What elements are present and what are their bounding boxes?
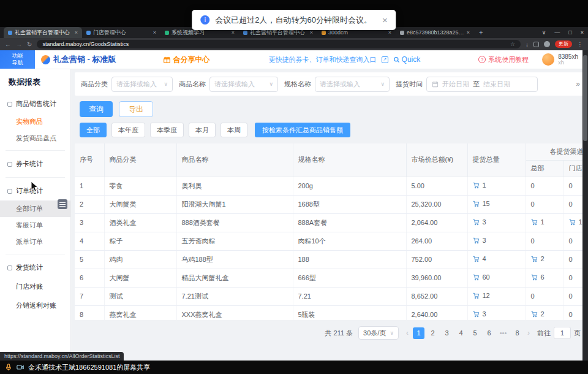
table-row[interactable]: 5鸡肉乌鸡188型188752.00420 [75,250,588,269]
sidebar-group-item[interactable]: 券卡统计 [0,155,70,174]
category-select[interactable]: 请选择或输入 ∨ [111,77,173,92]
tab-close-icon[interactable]: × [467,30,470,36]
share-center-link[interactable]: 合分享中心 [163,55,210,65]
sidebar-group-item[interactable]: 分销返利对账 [0,296,70,315]
tab-close-icon[interactable]: × [232,30,235,36]
goto-page-input[interactable]: 1 [554,327,571,339]
filter-name: 商品名称 请选择或输入 ∨ [179,77,278,92]
browser-tab[interactable]: e8c573980b1328a2584d2e6f× [396,27,474,38]
cell-category: 酒类礼盒 [104,213,176,232]
extension-icon[interactable] [533,42,539,47]
cart-icon [473,200,480,207]
page-number[interactable]: 5 [469,327,481,339]
profile-icon[interactable] [544,41,550,47]
table-row[interactable]: 7测试7.21测试7.218,652.001200 [75,287,588,305]
tab-favicon-icon [322,31,326,35]
cell-spec: 5瓶装 [293,305,406,320]
cell-amount: 5.00 [406,177,467,195]
collapse-panel-icon[interactable]: » [576,80,582,88]
toast-close-icon[interactable]: × [382,15,388,25]
table-row[interactable]: 3酒类礼盒888酒类套餐888A套餐2,064.00311 [75,213,588,232]
menu-kebab-icon[interactable]: ⋮ [577,41,583,48]
sidebar-child-item[interactable]: 客服订单 [0,217,70,234]
function-nav-toggle[interactable]: 功能 导航 [0,50,35,69]
maximize-icon[interactable]: □ [564,29,576,36]
next-page-icon[interactable]: › [526,329,532,337]
browser-tab[interactable]: 门店管理中心× [82,27,160,38]
browser-tab[interactable]: 礼盒营销平台管理中心× [4,27,82,38]
close-window-icon[interactable]: × [576,29,588,36]
cell-pickup-total: 3 [467,305,526,320]
scrollbar-thumb[interactable] [583,55,587,141]
tab-close-icon[interactable]: × [310,30,313,36]
page-number[interactable]: 3 [441,327,453,339]
avatar [542,53,554,66]
range-tab[interactable]: 本周 [221,123,247,137]
cart-icon [473,237,480,244]
tab-favicon-icon [8,31,12,35]
table-row[interactable]: 1零食奥利奥200g5.00100 [75,177,588,195]
prev-page-icon[interactable]: ‹ [404,329,410,337]
cell-seq: 2 [75,195,104,213]
browser-update-button[interactable]: 更新 [555,40,572,48]
cell-spec: 肉粽10个 [293,232,406,250]
tab-close-icon[interactable]: × [75,30,78,36]
tutorial-link[interactable]: ? 系统使用教程 [478,55,529,64]
page-number[interactable]: 2 [427,327,439,339]
table-row[interactable]: 2大闸蟹类阳澄湖大闸蟹11688型25,320.001500 [75,195,588,213]
sidebar-group-item[interactable]: 门店对账 [0,277,70,296]
back-icon[interactable]: ← [5,41,11,48]
cell-pickup-total: 60 [467,269,526,287]
export-button[interactable]: 导出 [119,101,153,117]
sidebar-group-item[interactable]: 商品销售统计 [0,94,70,113]
cell-category: 燕窝礼盒 [104,305,176,320]
search-button[interactable]: 查询 [80,101,113,117]
sidebar-child-item[interactable]: 派单订单 [0,234,70,250]
tab-label: 300dcm [328,29,386,36]
range-tab[interactable]: 本月 [189,123,216,137]
refresh-icon[interactable]: ↻ [27,41,32,48]
spec-select[interactable]: 请选择或输入 ∨ [315,77,390,92]
bookmark-star-icon[interactable]: ☆ [510,41,515,47]
table-row[interactable]: 4粽子五芳斋肉粽肉粽10个264.00300 [75,232,588,250]
sidebar-child-item[interactable]: 实物商品 [0,113,70,130]
sidebar-group-item[interactable]: 发货统计 [0,258,70,277]
range-tab[interactable]: 本年度 [111,123,145,137]
pickup-count: 12 [473,292,490,299]
microphone-icon [5,364,12,371]
user-block[interactable]: 8385xh xh [542,53,578,66]
page-number[interactable]: 1 [413,327,424,339]
cart-icon [531,219,538,226]
minimize-icon[interactable]: — [550,29,564,36]
name-select[interactable]: 请选择或输入 ∨ [209,77,278,92]
quick-search[interactable]: Quick [393,55,421,64]
table-row[interactable]: 8燕窝礼盒XXX燕窝礼盒5瓶装2,640.00320 [75,305,588,320]
date-range-picker[interactable]: 开始日期 至 结束日期 [426,77,538,92]
gift-icon [163,56,171,64]
range-tab[interactable]: 本季度 [150,123,184,137]
summary-button[interactable]: 按检索条件汇总商品销售额 [255,123,350,137]
cell-spec: 200g [293,177,406,195]
tab-close-icon[interactable]: × [388,30,391,36]
page-number[interactable]: 6 [483,327,495,339]
page-size-select[interactable]: 30条/页 ∨ [358,326,399,340]
table-row[interactable]: 6大闸蟹精品大闸蟹礼盒666型39,960.006060 [75,269,588,287]
cart-icon [473,219,480,226]
quick-entry[interactable]: 更快捷的券卡、订单和快递查询入口 ↗ Quick [269,55,421,64]
download-icon[interactable]: ↓ [526,41,529,48]
range-tab[interactable]: 全部 [80,123,107,137]
address-bar[interactable]: standard.maboy.cn/GoodsStatistics ☆ [37,40,521,48]
page-number[interactable]: 4 [455,327,467,339]
page-number[interactable]: 8 [511,327,523,339]
column-header: 规格名称 [293,143,406,177]
sidebar-collapse-handle[interactable] [58,199,67,209]
vertical-scrollbar[interactable] [582,50,588,361]
sidebar-child-item[interactable]: 发货商品盘点 [0,130,70,147]
tab-search-icon[interactable]: ∨ [538,29,551,36]
tab-label: e8c573980b1328a2584d2e6f [407,29,464,36]
cell-hq: 2 [526,305,564,320]
tab-close-icon[interactable]: × [153,30,156,36]
new-tab-icon[interactable]: + [474,27,488,38]
forward-icon[interactable]: → [16,41,22,48]
tutorial-label: 系统使用教程 [488,55,529,64]
